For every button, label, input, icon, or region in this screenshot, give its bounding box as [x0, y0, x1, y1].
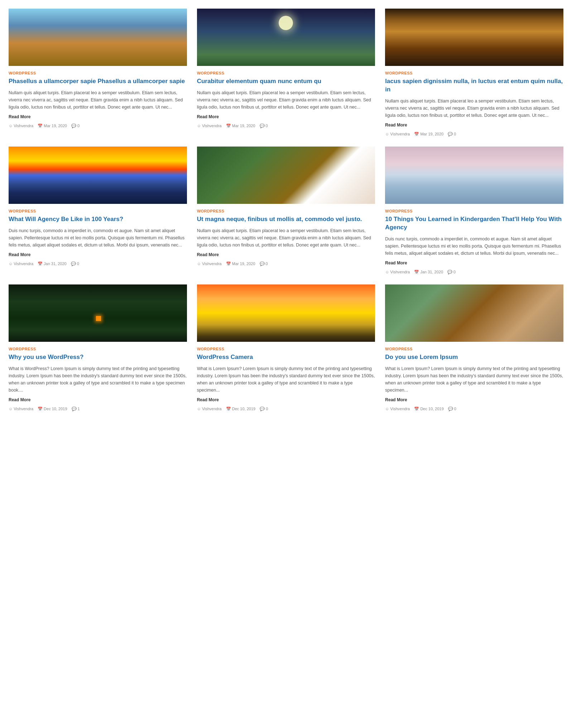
read-more-link-7[interactable]: Read More [9, 397, 187, 402]
meta-author-1: ☺ Vishvendra [9, 124, 33, 128]
card-excerpt-8: What is Lorem Ipsum? Lorem Ipsum is simp… [197, 365, 375, 394]
card-meta-3: ☺ Vishvendra 📅 Mar 19, 2020 💬 0 [385, 132, 563, 136]
card-excerpt-9: What is Lorem Ipsum? Lorem Ipsum is simp… [385, 365, 563, 394]
card-excerpt-1: Nullam quis aliquet turpis. Etiam placer… [9, 89, 187, 111]
meta-author-8: ☺ Vishvendra [197, 407, 222, 411]
meta-author-9: ☺ Vishvendra [385, 407, 410, 411]
meta-date-4: 📅 Jan 31, 2020 [38, 262, 67, 266]
meta-author-4: ☺ Vishvendra [9, 262, 33, 266]
meta-author-2: ☺ Vishvendra [197, 124, 222, 128]
blog-card-7: WordPress Why you use WordPress? What is… [9, 284, 187, 411]
calendar-icon: 📅 [226, 262, 231, 266]
card-image-6 [385, 147, 563, 204]
card-category-4: WordPress [9, 209, 187, 213]
comment-icon: 💬 [72, 407, 77, 411]
calendar-icon: 📅 [414, 407, 419, 411]
read-more-link-4[interactable]: Read More [9, 252, 187, 257]
read-more-link-1[interactable]: Read More [9, 114, 187, 119]
comment-icon: 💬 [260, 124, 265, 128]
meta-date-1: 📅 Mar 19, 2020 [38, 124, 67, 128]
meta-comments-9: 💬 0 [448, 407, 456, 411]
comment-icon: 💬 [71, 124, 76, 128]
user-icon: ☺ [197, 262, 201, 266]
meta-comments-5: 💬 0 [260, 262, 268, 266]
read-more-link-5[interactable]: Read More [197, 252, 375, 257]
calendar-icon: 📅 [414, 270, 419, 274]
card-category-5: WordPress [197, 209, 375, 213]
card-image-4 [9, 147, 187, 204]
card-image-1 [9, 9, 187, 66]
card-category-2: WordPress [197, 71, 375, 75]
blog-card-4: WordPress What Will Agency Be Like in 10… [9, 147, 187, 274]
meta-comments-6: 💬 0 [447, 270, 456, 274]
card-image-9 [385, 284, 563, 342]
card-meta-5: ☺ Vishvendra 📅 Mar 19, 2020 💬 0 [197, 262, 375, 266]
card-meta-2: ☺ Vishvendra 📅 Mar 19, 2020 💬 0 [197, 124, 375, 128]
card-image-7 [9, 284, 187, 342]
card-meta-7: ☺ Vishvendra 📅 Dec 10, 2019 💬 1 [9, 407, 187, 411]
comment-icon: 💬 [448, 132, 453, 136]
user-icon: ☺ [9, 124, 13, 128]
card-meta-6: ☺ Vishvendra 📅 Jan 31, 2020 💬 0 [385, 270, 563, 274]
meta-date-6: 📅 Jan 31, 2020 [414, 270, 443, 274]
user-icon: ☺ [385, 270, 389, 274]
meta-date-5: 📅 Mar 19, 2020 [226, 262, 255, 266]
meta-date-2: 📅 Mar 19, 2020 [226, 124, 255, 128]
user-icon: ☺ [385, 132, 389, 136]
read-more-link-6[interactable]: Read More [385, 260, 563, 265]
card-meta-9: ☺ Vishvendra 📅 Dec 10, 2019 💬 0 [385, 407, 563, 411]
meta-comments-1: 💬 0 [71, 124, 80, 128]
meta-author-7: ☺ Vishvendra [9, 407, 33, 411]
card-category-9: WordPress [385, 347, 563, 351]
blog-card-3: WordPress lacus sapien dignissim nulla, … [385, 9, 563, 136]
card-category-1: WordPress [9, 71, 187, 75]
user-icon: ☺ [197, 407, 201, 411]
blog-card-9: WordPress Do you use Lorem Ipsum What is… [385, 284, 563, 411]
blog-grid: WordPress Phasellus a ullamcorper sapie … [0, 0, 572, 420]
card-meta-1: ☺ Vishvendra 📅 Mar 19, 2020 💬 0 [9, 124, 187, 128]
card-excerpt-6: Duis nunc turpis, commodo a imperdiet in… [385, 235, 563, 257]
user-icon: ☺ [385, 407, 389, 411]
meta-date-3: 📅 Mar 19, 2020 [414, 132, 443, 136]
read-more-link-2[interactable]: Read More [197, 114, 375, 119]
card-excerpt-3: Nullam quis aliquet turpis. Etiam placer… [385, 97, 563, 119]
meta-date-7: 📅 Dec 10, 2019 [38, 407, 67, 411]
read-more-link-8[interactable]: Read More [197, 397, 375, 402]
card-title-2: Curabitur elementum quam nunc entum qu [197, 77, 375, 86]
comment-icon: 💬 [260, 262, 265, 266]
comment-icon: 💬 [448, 407, 453, 411]
card-category-3: WordPress [385, 71, 563, 75]
card-excerpt-7: What is WordPress? Lorem Ipsum is simply… [9, 365, 187, 394]
meta-author-5: ☺ Vishvendra [197, 262, 222, 266]
calendar-icon: 📅 [226, 407, 231, 411]
meta-comments-8: 💬 0 [260, 407, 268, 411]
card-meta-4: ☺ Vishvendra 📅 Jan 31, 2020 💬 0 [9, 262, 187, 266]
card-category-8: WordPress [197, 347, 375, 351]
meta-comments-3: 💬 0 [448, 132, 456, 136]
card-excerpt-4: Duis nunc turpis, commodo a imperdiet in… [9, 227, 187, 249]
calendar-icon: 📅 [226, 124, 231, 128]
meta-date-8: 📅 Dec 10, 2019 [226, 407, 255, 411]
card-title-7: Why you use WordPress? [9, 353, 187, 361]
card-image-2 [197, 9, 375, 66]
calendar-icon: 📅 [414, 132, 419, 136]
card-category-7: WordPress [9, 347, 187, 351]
calendar-icon: 📅 [38, 124, 43, 128]
card-title-4: What Will Agency Be Like in 100 Years? [9, 215, 187, 224]
user-icon: ☺ [9, 262, 13, 266]
meta-author-3: ☺ Vishvendra [385, 132, 410, 136]
card-category-6: WordPress [385, 209, 563, 213]
card-excerpt-5: Nullam quis aliquet turpis. Etiam placer… [197, 227, 375, 249]
read-more-link-9[interactable]: Read More [385, 397, 563, 402]
user-icon: ☺ [9, 407, 13, 411]
card-title-1: Phasellus a ullamcorper sapie Phasellus … [9, 77, 187, 86]
card-image-3 [385, 9, 563, 66]
meta-date-9: 📅 Dec 10, 2019 [414, 407, 443, 411]
comment-icon: 💬 [447, 270, 452, 274]
card-title-6: 10 Things You Learned in Kindergarden Th… [385, 215, 563, 232]
comment-icon: 💬 [71, 262, 76, 266]
meta-comments-4: 💬 0 [71, 262, 79, 266]
calendar-icon: 📅 [38, 262, 43, 266]
read-more-link-3[interactable]: Read More [385, 123, 563, 128]
card-title-3: lacus sapien dignissim nulla, in luctus … [385, 77, 563, 94]
